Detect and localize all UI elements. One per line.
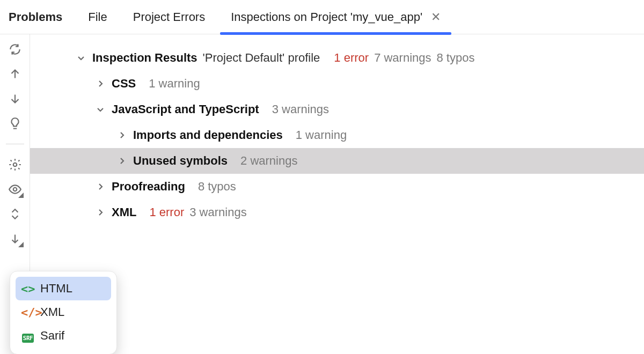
node-label: Imports and dependencies — [133, 128, 283, 142]
summary-typos: 8 typos — [437, 51, 475, 65]
svg-point-0 — [13, 163, 17, 167]
option-label: HTML — [40, 282, 72, 296]
tab-label: Problems — [9, 10, 62, 24]
node-label: Unused symbols — [133, 154, 228, 168]
node-css[interactable]: CSS 1 warning — [30, 71, 644, 97]
summary-warnings: 7 warnings — [374, 51, 431, 65]
node-errors: 1 error — [149, 205, 184, 219]
export-popup: <> HTML </> XML SRF Sarif — [10, 271, 117, 354]
preview-icon[interactable] — [8, 182, 23, 197]
node-label: XML — [112, 205, 136, 219]
chevron-right-icon[interactable] — [116, 131, 128, 139]
tab-project-errors[interactable]: Project Errors — [133, 0, 205, 34]
gear-icon[interactable] — [8, 157, 23, 172]
arrow-down-icon[interactable] — [8, 91, 23, 106]
sarif-icon: SRF — [21, 329, 35, 343]
node-label: Proofreading — [112, 180, 185, 194]
close-icon[interactable]: ✕ — [431, 10, 441, 24]
summary-profile: 'Project Default' profile — [203, 51, 320, 65]
tab-inspections[interactable]: Inspections on Project 'my_vue_app' ✕ — [231, 0, 441, 34]
chevron-right-icon[interactable] — [94, 79, 106, 88]
separator — [6, 144, 24, 144]
tabs-bar: Problems File Project Errors Inspections… — [0, 0, 644, 34]
svg-point-1 — [13, 188, 17, 191]
expand-collapse-icon[interactable] — [8, 206, 23, 222]
arrow-up-icon[interactable] — [8, 67, 23, 82]
export-option-xml[interactable]: </> XML — [16, 300, 111, 324]
chevron-right-icon[interactable] — [94, 182, 106, 191]
export-option-html[interactable]: <> HTML — [16, 277, 111, 300]
chevron-right-icon[interactable] — [116, 157, 128, 165]
node-count: 1 warning — [296, 128, 347, 142]
export-icon[interactable] — [8, 231, 23, 246]
summary-title: Inspection Results — [92, 51, 197, 65]
tab-file[interactable]: File — [88, 0, 107, 34]
node-imports[interactable]: Imports and dependencies 1 warning — [30, 122, 644, 148]
node-unused[interactable]: Unused symbols 2 warnings — [30, 148, 644, 174]
node-xml[interactable]: XML 1 error 3 warnings — [30, 200, 644, 225]
node-count: 3 warnings — [272, 102, 329, 116]
tab-label: File — [88, 10, 107, 24]
xml-icon: </> — [21, 306, 35, 319]
chevron-down-icon[interactable] — [94, 105, 106, 114]
node-count: 1 warning — [149, 77, 200, 91]
tab-label: Inspections on Project 'my_vue_app' — [231, 10, 422, 24]
option-label: Sarif — [40, 329, 64, 343]
bulb-icon[interactable] — [8, 116, 23, 131]
summary-errors: 1 error — [334, 51, 369, 65]
html-icon: <> — [21, 282, 35, 296]
node-label: CSS — [112, 77, 136, 91]
node-count: 8 typos — [198, 180, 236, 194]
chevron-down-icon[interactable] — [75, 54, 87, 62]
tab-problems[interactable]: Problems — [9, 0, 62, 34]
node-proofreading[interactable]: Proofreading 8 typos — [30, 174, 644, 200]
node-count: 3 warnings — [189, 205, 246, 219]
export-option-sarif[interactable]: SRF Sarif — [16, 324, 111, 348]
tab-label: Project Errors — [133, 10, 205, 24]
rerun-icon[interactable] — [8, 42, 23, 57]
node-count: 2 warnings — [240, 154, 297, 168]
summary-row[interactable]: Inspection Results 'Project Default' pro… — [30, 45, 644, 71]
chevron-right-icon[interactable] — [94, 208, 106, 217]
node-label: JavaScript and TypeScript — [112, 102, 259, 116]
option-label: XML — [40, 305, 64, 319]
node-jsts[interactable]: JavaScript and TypeScript 3 warnings — [30, 97, 644, 122]
results-tree: Inspection Results 'Project Default' pro… — [30, 34, 644, 354]
